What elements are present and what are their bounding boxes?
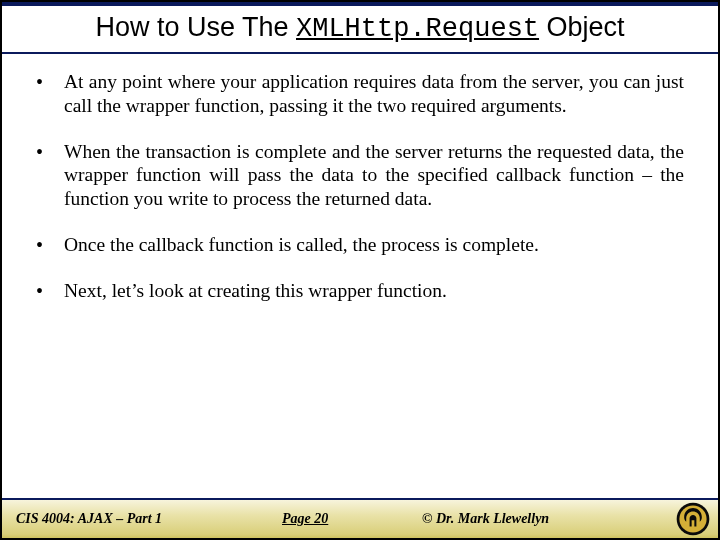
slide-title: How to Use The XMLHttp.Request Object [12, 12, 708, 44]
title-bar: How to Use The XMLHttp.Request Object [2, 2, 718, 54]
title-prefix: How to Use The [95, 12, 296, 42]
list-item: When the transaction is complete and the… [36, 140, 684, 211]
slide-footer: CIS 4004: AJAX – Part 1 Page 20 © Dr. Ma… [2, 498, 718, 538]
title-suffix: Object [539, 12, 625, 42]
footer-course: CIS 4004: AJAX – Part 1 [16, 511, 236, 527]
list-item: At any point where your application requ… [36, 70, 684, 118]
ucf-pegasus-logo-icon [676, 502, 710, 536]
footer-copyright: © Dr. Mark Llewellyn [422, 511, 549, 527]
slide-body: At any point where your application requ… [2, 54, 718, 498]
slide-container: How to Use The XMLHttp.Request Object At… [0, 0, 720, 540]
footer-page: Page 20 [282, 511, 328, 527]
list-item: Once the callback function is called, th… [36, 233, 684, 257]
title-mono: XMLHttp.Request [296, 14, 539, 44]
list-item: Next, let’s look at creating this wrappe… [36, 279, 684, 303]
bullet-list: At any point where your application requ… [36, 70, 684, 302]
